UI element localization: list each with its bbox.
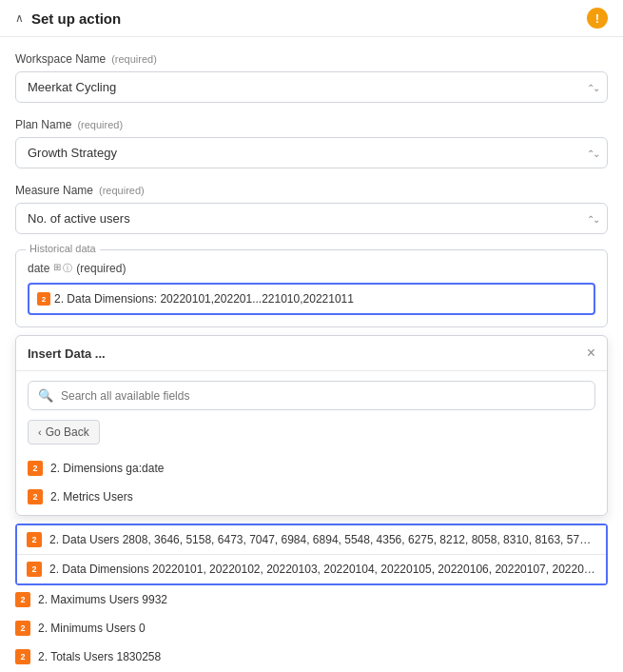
historical-label: Historical data [26, 243, 100, 254]
extra-item-icon: 2 [15, 592, 30, 607]
plan-field-group: Plan Name (required) Growth Strategy [15, 118, 608, 168]
chevron-up-icon: ∧ [15, 11, 24, 25]
date-field-label: date ⊞ ⓘ (required) [28, 262, 595, 275]
measure-select[interactable]: No. of active users [15, 203, 608, 234]
workspace-select[interactable]: Meerkat Cycling [15, 71, 608, 103]
token-icon: 2 [37, 292, 50, 306]
result-icon: 2 [27, 562, 42, 577]
result-text: 2. Data Users 2808, 3646, 5158, 6473, 70… [49, 533, 596, 546]
extra-item-text: 2. Minimums Users 0 [38, 622, 146, 635]
workspace-select-wrapper: Meerkat Cycling [15, 71, 608, 103]
form-section: Workspace Name (required) Meerkat Cyclin… [0, 37, 623, 234]
header-left: ∧ Set up action [15, 10, 121, 27]
token-text: 2. Data Dimensions: 20220101,202201...22… [54, 292, 354, 306]
extra-item-text: 2. Totals Users 1830258 [38, 650, 161, 663]
info-icon: ⓘ [63, 262, 72, 275]
extra-items-list: 2 2. Maximums Users 9932 2 2. Minimums U… [15, 585, 608, 671]
plan-select-wrapper: Growth Strategy [15, 137, 608, 168]
historical-data-section: Historical data date ⊞ ⓘ (required) 2 2.… [15, 249, 608, 327]
selected-results: 2 2. Data Users 2808, 3646, 5158, 6473, … [15, 524, 608, 585]
search-input[interactable] [61, 389, 585, 403]
item-label: 2. Metrics Users [50, 490, 133, 504]
list-item[interactable]: 2 2. Metrics Users [16, 483, 607, 511]
insert-data-dropdown: Insert Data ... × 🔍 ‹ Go Back 2 2. Dimen… [15, 335, 608, 516]
measure-label: Measure Name (required) [15, 184, 608, 197]
workspace-label: Workspace Name (required) [15, 52, 608, 66]
token-chip: 2 2. Data Dimensions: 20220101,202201...… [37, 292, 354, 306]
extra-item-text: 2. Maximums Users 9932 [38, 593, 167, 606]
workspace-field-group: Workspace Name (required) Meerkat Cyclin… [15, 52, 608, 103]
insert-data-header: Insert Data ... × [16, 336, 607, 371]
warning-icon: ! [587, 8, 608, 29]
extra-item[interactable]: 2 2. Maximums Users 9932 [15, 585, 608, 614]
result-text: 2. Data Dimensions 20220101, 20220102, 2… [49, 563, 596, 576]
page-title: Set up action [31, 10, 121, 27]
date-token-input[interactable]: 2 2. Data Dimensions: 20220101,202201...… [28, 283, 595, 315]
item-label: 2. Dimensions ga:date [50, 462, 164, 475]
extra-item-icon: 2 [15, 621, 30, 636]
search-icon: 🔍 [38, 388, 53, 403]
extra-item[interactable]: 2 2. Totals Users 1830258 [15, 642, 608, 671]
list-item[interactable]: 2 2. Dimensions ga:date [16, 454, 607, 483]
insert-data-list: 2 2. Dimensions ga:date 2 2. Metrics Use… [16, 454, 607, 515]
item-icon: 2 [28, 461, 43, 476]
result-icon: 2 [27, 532, 42, 547]
plan-select[interactable]: Growth Strategy [15, 137, 608, 168]
extra-item[interactable]: 2 2. Minimums Users 0 [15, 614, 608, 642]
measure-field-group: Measure Name (required) No. of active us… [15, 184, 608, 234]
chevron-left-icon: ‹ [38, 426, 42, 438]
plan-label: Plan Name (required) [15, 118, 608, 131]
result-row[interactable]: 2 2. Data Users 2808, 3646, 5158, 6473, … [17, 525, 606, 555]
search-box[interactable]: 🔍 [28, 381, 595, 410]
insert-data-title: Insert Data ... [28, 346, 106, 361]
grid-icon: ⊞ [53, 262, 61, 275]
measure-select-wrapper: No. of active users [15, 203, 608, 234]
item-icon: 2 [28, 489, 43, 504]
go-back-button[interactable]: ‹ Go Back [28, 420, 100, 445]
close-button[interactable]: × [587, 346, 595, 361]
setup-action-header: ∧ Set up action ! [0, 0, 623, 37]
extra-item-icon: 2 [15, 649, 30, 664]
result-row[interactable]: 2 2. Data Dimensions 20220101, 20220102,… [17, 555, 606, 583]
page-container: ∧ Set up action ! Workspace Name (requir… [0, 0, 623, 672]
